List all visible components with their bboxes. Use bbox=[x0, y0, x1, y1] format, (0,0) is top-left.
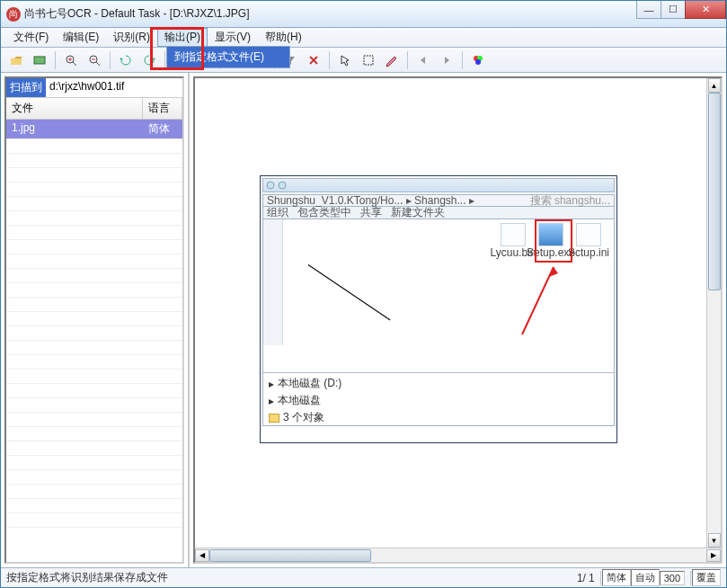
close-button[interactable]: ✕ bbox=[685, 1, 726, 19]
statusbar: 按指定格式将识别结果保存成文件 1/ 1 简体 自动 300 覆盖 bbox=[1, 567, 726, 587]
svg-point-22 bbox=[475, 59, 481, 65]
empty-file-rows bbox=[6, 139, 182, 528]
status-auto: 自动 bbox=[631, 569, 660, 586]
file-name-cell: 1.jpg bbox=[6, 120, 143, 138]
window-title: 尚书七号OCR - Default Task - [D:\RJXZ\1.JPG] bbox=[24, 6, 250, 22]
right-panel: Shungshu_V1.0.KTong/Ho... ▸ Shangsh... ▸… bbox=[190, 73, 726, 567]
status-page-cur: 1/ bbox=[577, 572, 586, 584]
window-controls: — ☐ ✕ bbox=[637, 1, 726, 19]
red-highlight-setup bbox=[535, 219, 572, 263]
scroll-track-h[interactable] bbox=[209, 549, 706, 562]
mock-file-1: Lycuu.bin bbox=[497, 223, 529, 259]
forward-icon bbox=[278, 181, 287, 190]
zoom-out-icon[interactable] bbox=[84, 50, 104, 70]
scroll-down-icon[interactable]: ▼ bbox=[708, 533, 721, 548]
toolbar-separator bbox=[55, 51, 56, 69]
svg-point-24 bbox=[279, 182, 286, 189]
menu-recognize[interactable]: 识别(R) bbox=[106, 28, 157, 47]
mock-divider bbox=[263, 372, 614, 373]
minimize-button[interactable]: — bbox=[636, 1, 661, 19]
document-page: Shungshu_V1.0.KTong/Ho... ▸ Shangsh... ▸… bbox=[260, 175, 617, 443]
menu-file[interactable]: 文件(F) bbox=[6, 28, 56, 47]
mock-tool-include: 包含类型中 bbox=[297, 205, 351, 220]
folder-icon bbox=[269, 414, 279, 423]
mock-tool-organize: 组织 bbox=[267, 205, 288, 220]
maximize-button[interactable]: ☐ bbox=[661, 1, 686, 19]
pen-icon[interactable] bbox=[382, 50, 402, 70]
zoom-in-icon[interactable] bbox=[61, 50, 81, 70]
mock-body: Lycuu.bin Setup.exe Sctup.ini ▸本地磁盘 (D:)… bbox=[262, 219, 615, 426]
mock-tool-share: 共享 bbox=[360, 205, 382, 220]
scan-path-value[interactable]: d:\rjxz\hw001.tif bbox=[46, 78, 182, 97]
scroll-left-icon[interactable]: ◀ bbox=[195, 549, 209, 562]
back-icon bbox=[266, 181, 275, 190]
scroll-thumb-h[interactable] bbox=[209, 549, 371, 562]
mock-tool-newfolder: 新建文件夹 bbox=[391, 205, 445, 220]
red-arrow bbox=[513, 263, 558, 343]
dropdown-to-format-file[interactable]: 到指定格式文件(E) bbox=[167, 47, 289, 67]
toolbar-separator bbox=[164, 51, 165, 69]
status-dpi: 300 bbox=[660, 571, 685, 585]
mock-diagonal-line bbox=[308, 264, 391, 320]
menu-help[interactable]: 帮助(H) bbox=[258, 28, 309, 47]
mock-search: 搜索 shangshu... bbox=[530, 193, 610, 209]
rotate-left-icon[interactable] bbox=[116, 50, 136, 70]
scroll-track-v[interactable] bbox=[708, 93, 721, 533]
file-row[interactable]: 1.jpg 简体 bbox=[6, 120, 182, 139]
mock-file-3: Sctup.ini bbox=[572, 223, 605, 259]
status-overwrite: 覆盖 bbox=[692, 569, 721, 586]
file-icon bbox=[501, 223, 526, 246]
next-icon[interactable] bbox=[437, 50, 457, 70]
mock-file-3-label: Sctup.ini bbox=[568, 246, 609, 259]
delete-icon[interactable] bbox=[304, 50, 324, 70]
toolbar: 识 R bbox=[1, 48, 726, 73]
toolbar-separator bbox=[407, 51, 408, 69]
pointer-icon[interactable] bbox=[335, 50, 355, 70]
scroll-up-icon[interactable]: ▲ bbox=[708, 78, 721, 93]
scan-label: 扫描到 bbox=[6, 78, 46, 97]
mock-sidebar bbox=[263, 219, 283, 345]
menu-output[interactable]: 输出(P) bbox=[157, 28, 208, 47]
mock-bottom-panel: ▸本地磁盘 (D:) ▸本地磁盘 3 个对象 bbox=[269, 376, 341, 427]
mock-titlebar bbox=[262, 178, 615, 192]
file-list-header: 文件 语言 bbox=[6, 98, 182, 120]
menu-view[interactable]: 显示(V) bbox=[208, 28, 258, 47]
file-list-panel: 扫描到 d:\rjxz\hw001.tif 文件 语言 1.jpg 简体 bbox=[4, 76, 184, 564]
status-page-total: 1 bbox=[589, 572, 595, 584]
status-message: 按指定格式将识别结果保存成文件 bbox=[6, 570, 568, 585]
scroll-thumb-v[interactable] bbox=[708, 93, 721, 290]
image-canvas[interactable]: Shungshu_V1.0.KTong/Ho... ▸ Shangsh... ▸… bbox=[193, 76, 723, 564]
mock-toolbar: 组织 包含类型中 共享 新建文件夹 bbox=[262, 207, 615, 219]
mock-bottom-item-1: ▸本地磁盘 (D:) bbox=[269, 376, 341, 391]
scan-path-row: 扫描到 d:\rjxz\hw001.tif bbox=[6, 78, 182, 98]
toolbar-separator bbox=[329, 51, 330, 69]
svg-rect-0 bbox=[34, 57, 45, 64]
left-panel: 扫描到 d:\rjxz\hw001.tif 文件 语言 1.jpg 简体 bbox=[1, 73, 190, 567]
open-icon[interactable] bbox=[6, 50, 26, 70]
prev-icon[interactable] bbox=[413, 50, 433, 70]
embedded-screenshot: Shungshu_V1.0.KTong/Ho... ▸ Shangsh... ▸… bbox=[262, 178, 615, 441]
status-page: 1/ 1 bbox=[577, 572, 595, 584]
rotate-right-icon[interactable] bbox=[139, 50, 159, 70]
scroll-right-icon[interactable]: ▶ bbox=[706, 549, 721, 562]
svg-rect-19 bbox=[364, 56, 373, 65]
header-lang[interactable]: 语言 bbox=[143, 98, 182, 119]
menu-edit[interactable]: 编辑(E) bbox=[56, 28, 106, 47]
app-icon: 尚 bbox=[6, 7, 21, 22]
horizontal-scrollbar[interactable]: ◀ ▶ bbox=[195, 548, 721, 562]
file-lang-cell: 简体 bbox=[143, 120, 182, 138]
main-window: 尚 尚书七号OCR - Default Task - [D:\RJXZ\1.JP… bbox=[0, 0, 727, 588]
svg-line-6 bbox=[96, 62, 100, 66]
mock-bottom-item-2: ▸本地磁盘 bbox=[269, 393, 341, 408]
main-area: 扫描到 d:\rjxz\hw001.tif 文件 语言 1.jpg 简体 bbox=[1, 73, 726, 567]
select-region-icon[interactable] bbox=[359, 50, 378, 70]
titlebar: 尚 尚书七号OCR - Default Task - [D:\RJXZ\1.JP… bbox=[1, 1, 726, 28]
header-file[interactable]: 文件 bbox=[6, 98, 143, 119]
svg-line-25 bbox=[522, 267, 554, 334]
output-dropdown: 到指定格式文件(E) bbox=[166, 46, 290, 68]
mock-bottom-item-3: 3 个对象 bbox=[269, 410, 341, 425]
vertical-scrollbar[interactable]: ▲ ▼ bbox=[706, 78, 721, 548]
toolbar-separator bbox=[462, 51, 463, 69]
scan-icon[interactable] bbox=[30, 50, 49, 70]
color-icon[interactable] bbox=[468, 50, 488, 70]
